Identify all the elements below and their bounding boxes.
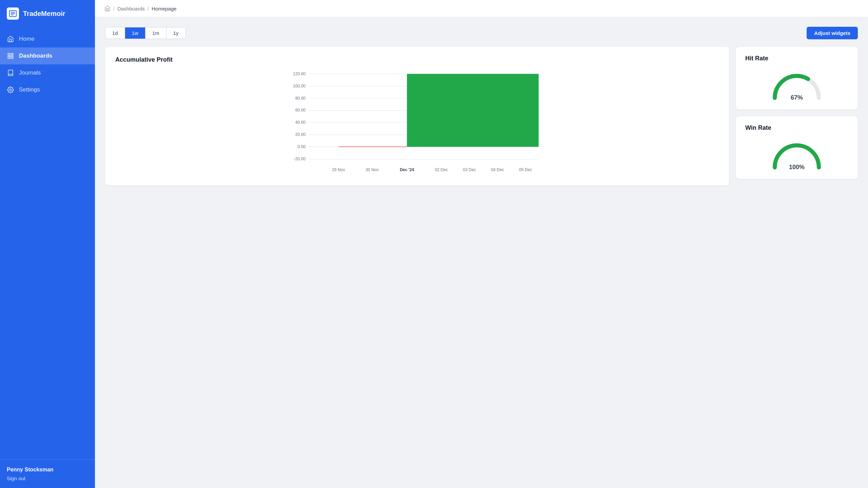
svg-text:40.00: 40.00 [295,120,306,125]
svg-text:04 Dec: 04 Dec [491,167,504,172]
breadcrumb-current: Homepage [152,6,176,12]
app-name: TradeMemoir [23,10,65,18]
win-rate-gauge: 100% [745,137,848,171]
time-btn-1m[interactable]: 1m [145,27,166,39]
sidebar-nav: Home Dashboards Journals [0,27,95,460]
svg-rect-5 [11,54,13,56]
svg-rect-7 [8,57,10,59]
chart-area: 120.00 100.00 80.00 60.00 40.00 20.00 0.… [115,70,719,179]
svg-text:02 Dec: 02 Dec [435,167,448,172]
svg-text:-20.00: -20.00 [294,157,306,161]
signout-button[interactable]: Sign out [7,475,88,481]
sidebar: TradeMemoir Home Dashboard [0,0,95,488]
svg-text:30 Nov: 30 Nov [366,167,379,172]
profit-chart-svg: 120.00 100.00 80.00 60.00 40.00 20.00 0.… [115,70,719,179]
hit-rate-value: 67% [791,94,803,101]
username: Penny Stocksman [7,467,88,473]
filter-bar: 1d 1w 1m 1y Adjust widgets [105,27,858,39]
journals-icon [7,69,14,77]
breadcrumb-sep2: / [147,6,149,12]
adjust-widgets-button[interactable]: Adjust widgets [807,27,858,39]
hit-rate-gauge: 67% [745,67,848,101]
home-icon [7,35,14,43]
svg-text:05 Dec: 05 Dec [519,167,532,172]
svg-text:03 Dec: 03 Dec [463,167,476,172]
svg-rect-4 [8,54,10,56]
svg-text:Dec '24: Dec '24 [400,167,414,172]
svg-text:80.00: 80.00 [295,96,306,101]
dashboards-icon [7,52,14,60]
accumulative-profit-card: Accumulative Profit 120.00 100.00 80.00 … [105,47,729,185]
sidebar-item-dashboards[interactable]: Dashboards [0,47,95,64]
time-btn-1d[interactable]: 1d [105,27,125,39]
hit-rate-title: Hit Rate [745,55,848,62]
right-column: Hit Rate 67% Win Rate [736,47,858,179]
breadcrumb-bar: / Dashboards / Homepage [95,0,868,17]
svg-rect-6 [11,57,13,59]
sidebar-item-settings[interactable]: Settings [0,81,95,98]
win-rate-value: 100% [789,164,805,171]
sidebar-item-label-journals: Journals [19,69,41,76]
svg-text:60.00: 60.00 [295,108,306,113]
chart-title: Accumulative Profit [115,56,719,63]
svg-text:0.00: 0.00 [298,144,306,149]
hit-rate-card: Hit Rate 67% [736,47,858,109]
settings-icon [7,86,14,94]
breadcrumb-home-icon[interactable] [104,5,111,12]
sidebar-footer: Penny Stocksman Sign out [0,460,95,488]
logo-icon [7,7,19,20]
breadcrumb-sep1: / [113,6,115,12]
dashboard-grid: Accumulative Profit 120.00 100.00 80.00 … [105,47,858,185]
svg-point-8 [10,89,12,91]
time-btn-1w[interactable]: 1w [125,27,145,39]
svg-text:120.00: 120.00 [293,72,305,76]
win-rate-title: Win Rate [745,124,848,131]
svg-text:29 Nov: 29 Nov [332,167,345,172]
page-content: 1d 1w 1m 1y Adjust widgets Accumulative … [95,17,868,488]
time-filter-group: 1d 1w 1m 1y [105,27,186,39]
breadcrumb-dashboards[interactable]: Dashboards [117,6,145,12]
time-btn-1y[interactable]: 1y [166,27,185,39]
win-rate-card: Win Rate 100% [736,116,858,179]
sidebar-item-label-home: Home [19,36,34,42]
svg-text:20.00: 20.00 [295,132,306,137]
sidebar-item-label-settings: Settings [19,86,40,93]
main-content: / Dashboards / Homepage 1d 1w 1m 1y Adju… [95,0,868,488]
svg-marker-27 [407,74,538,147]
sidebar-item-home[interactable]: Home [0,30,95,47]
app-logo: TradeMemoir [0,0,95,27]
sidebar-item-journals[interactable]: Journals [0,64,95,81]
sidebar-item-label-dashboards: Dashboards [19,53,52,59]
svg-text:100.00: 100.00 [293,84,305,88]
